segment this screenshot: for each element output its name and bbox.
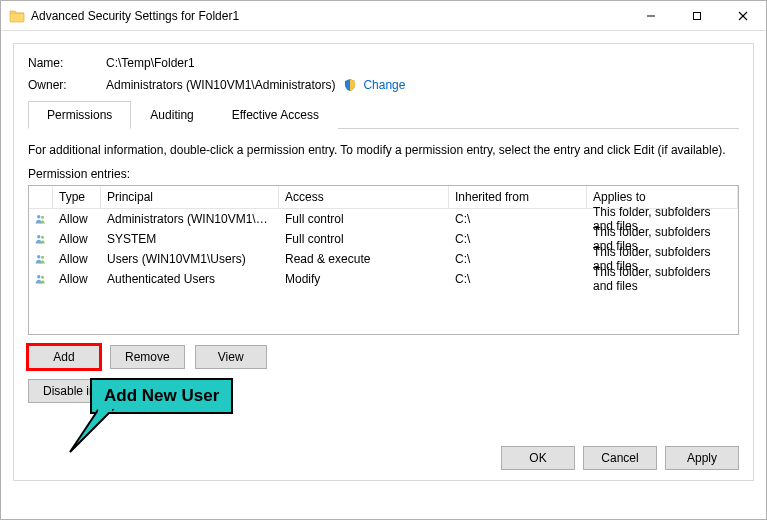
name-label: Name: [28, 56, 106, 70]
change-owner-link[interactable]: Change [363, 78, 405, 92]
col-access-header[interactable]: Access [279, 186, 449, 208]
footer-buttons: OK Cancel Apply [501, 446, 739, 470]
col-icon-header [29, 186, 53, 208]
cell-type: Allow [53, 270, 101, 288]
close-button[interactable] [720, 1, 766, 30]
name-row: Name: C:\Temp\Folder1 [28, 56, 739, 70]
svg-marker-12 [70, 410, 112, 452]
close-icon [738, 11, 748, 21]
inheritance-row: Disable inheritance [28, 379, 739, 403]
tabs: Permissions Auditing Effective Access [28, 100, 739, 129]
tab-auditing[interactable]: Auditing [131, 101, 212, 129]
entry-button-row: Add Remove View [28, 345, 739, 369]
svg-point-6 [37, 235, 40, 238]
cell-access: Full control [279, 210, 449, 228]
name-value: C:\Temp\Folder1 [106, 56, 195, 70]
maximize-icon [692, 11, 702, 21]
titlebar: Advanced Security Settings for Folder1 [1, 1, 766, 31]
svg-point-7 [41, 236, 44, 239]
svg-rect-1 [694, 12, 701, 19]
table-row[interactable]: AllowAuthenticated UsersModifyC:\This fo… [29, 269, 738, 289]
cell-principal: Users (WIN10VM1\Users) [101, 250, 279, 268]
owner-row: Owner: Administrators (WIN10VM1\Administ… [28, 78, 739, 92]
minimize-icon [646, 11, 656, 21]
svg-point-4 [37, 215, 40, 218]
users-icon [29, 270, 53, 288]
owner-label: Owner: [28, 78, 106, 92]
inner-panel: Name: C:\Temp\Folder1 Owner: Administrat… [13, 43, 754, 481]
tab-effective-access[interactable]: Effective Access [213, 101, 338, 129]
grid-body: AllowAdministrators (WIN10VM1\A...Full c… [29, 209, 738, 289]
cell-inherited: C:\ [449, 250, 587, 268]
window-title: Advanced Security Settings for Folder1 [31, 9, 628, 23]
cell-access: Full control [279, 230, 449, 248]
info-text: For additional information, double-click… [28, 143, 739, 157]
svg-point-8 [37, 255, 40, 258]
cell-principal: Authenticated Users [101, 270, 279, 288]
cell-access: Modify [279, 270, 449, 288]
minimize-button[interactable] [628, 1, 674, 30]
view-button[interactable]: View [195, 345, 267, 369]
svg-point-9 [41, 256, 44, 259]
shield-icon [343, 78, 357, 92]
cell-type: Allow [53, 210, 101, 228]
cell-type: Allow [53, 250, 101, 268]
cell-inherited: C:\ [449, 230, 587, 248]
callout-tail-icon [60, 406, 120, 456]
col-principal-header[interactable]: Principal [101, 186, 279, 208]
permission-entries-grid: Type Principal Access Inherited from App… [28, 185, 739, 335]
cell-applies: This folder, subfolders and files [587, 263, 738, 295]
svg-point-5 [41, 216, 44, 219]
cell-type: Allow [53, 230, 101, 248]
cell-inherited: C:\ [449, 270, 587, 288]
cell-principal: SYSTEM [101, 230, 279, 248]
col-inherited-header[interactable]: Inherited from [449, 186, 587, 208]
permission-entries-label: Permission entries: [28, 167, 739, 181]
cancel-button[interactable]: Cancel [583, 446, 657, 470]
maximize-button[interactable] [674, 1, 720, 30]
cell-principal: Administrators (WIN10VM1\A... [101, 210, 279, 228]
folder-icon [9, 8, 25, 24]
tab-permissions[interactable]: Permissions [28, 101, 131, 129]
users-icon [29, 230, 53, 248]
users-icon [29, 210, 53, 228]
col-type-header[interactable]: Type [53, 186, 101, 208]
svg-point-11 [41, 276, 44, 279]
security-settings-window: Advanced Security Settings for Folder1 N… [0, 0, 767, 520]
cell-access: Read & execute [279, 250, 449, 268]
svg-point-10 [37, 275, 40, 278]
disable-inheritance-button[interactable]: Disable inheritance [28, 379, 160, 403]
content-area: Name: C:\Temp\Folder1 Owner: Administrat… [1, 31, 766, 519]
cell-inherited: C:\ [449, 210, 587, 228]
add-button[interactable]: Add [28, 345, 100, 369]
owner-value: Administrators (WIN10VM1\Administrators) [106, 78, 335, 92]
remove-button[interactable]: Remove [110, 345, 185, 369]
apply-button[interactable]: Apply [665, 446, 739, 470]
ok-button[interactable]: OK [501, 446, 575, 470]
users-icon [29, 250, 53, 268]
